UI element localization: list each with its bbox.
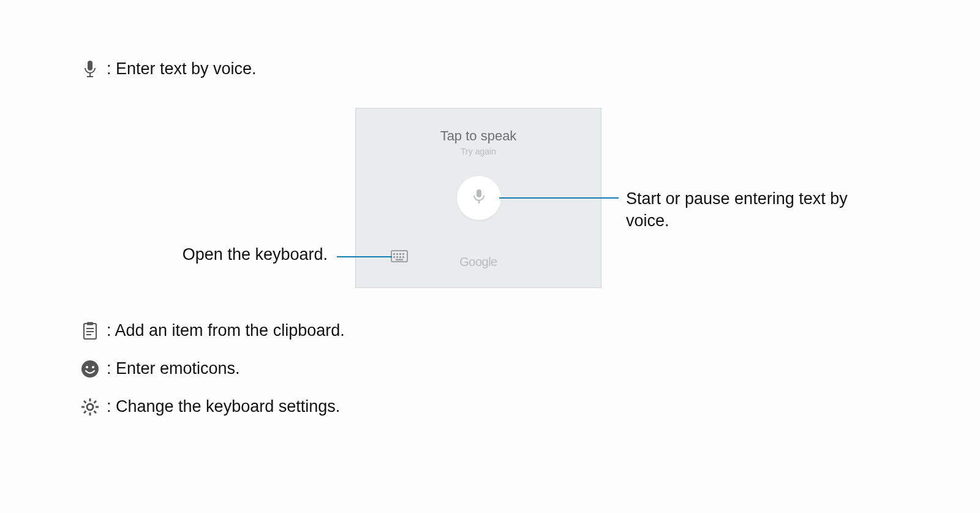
smiley-icon	[80, 360, 100, 378]
svg-line-31	[84, 411, 86, 413]
svg-point-21	[86, 366, 88, 368]
microphone-icon	[473, 189, 485, 207]
bullet-settings-text: : Change the keyboard settings.	[107, 397, 340, 416]
svg-point-23	[87, 404, 93, 410]
clipboard-icon	[80, 322, 100, 340]
bullet-emoticons-text: : Enter emoticons.	[107, 359, 240, 378]
gear-icon	[80, 398, 100, 416]
svg-point-22	[92, 366, 94, 368]
bullet-clipboard-text: : Add an item from the clipboard.	[107, 321, 345, 340]
callout-line-mic	[499, 197, 619, 199]
svg-rect-3	[477, 189, 481, 197]
bullet-settings: : Change the keyboard settings.	[80, 397, 340, 416]
svg-line-28	[84, 401, 86, 403]
callout-line-keyboard	[337, 256, 392, 257]
svg-line-29	[94, 411, 97, 413]
bullet-emoticons: : Enter emoticons.	[80, 359, 240, 378]
svg-line-30	[94, 401, 97, 403]
svg-rect-16	[87, 322, 93, 325]
bullet-clipboard: : Add an item from the clipboard.	[80, 321, 345, 340]
bullet-voice: : Enter text by voice.	[80, 59, 257, 78]
microphone-icon	[80, 60, 100, 78]
svg-point-20	[81, 360, 99, 378]
google-logo-text: Google	[356, 255, 601, 269]
voice-mic-button[interactable]	[457, 176, 501, 220]
panel-subtitle: Try again	[356, 146, 601, 156]
panel-title: Tap to speak	[356, 128, 601, 144]
svg-rect-0	[88, 61, 92, 70]
callout-mic-text: Start or pause entering text by voice.	[626, 188, 889, 232]
bullet-voice-text: : Enter text by voice.	[107, 59, 257, 78]
callout-keyboard-text: Open the keyboard.	[83, 245, 328, 264]
